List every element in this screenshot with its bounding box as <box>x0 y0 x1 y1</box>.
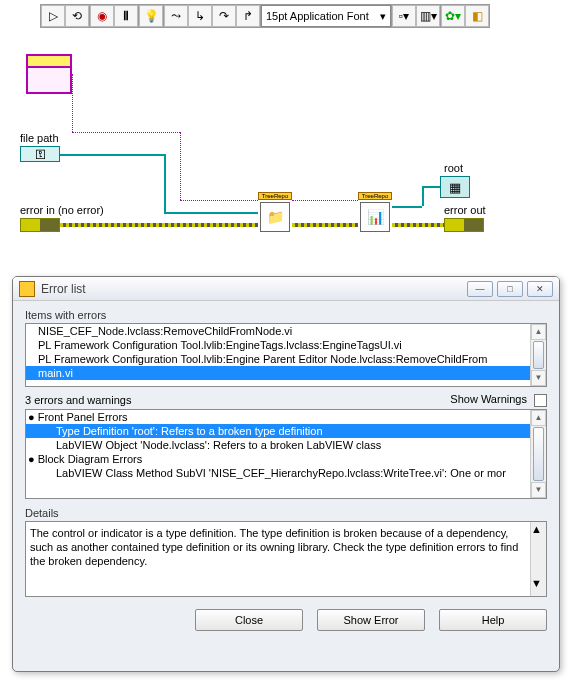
font-label: 15pt Application Font <box>266 10 369 22</box>
font-selector[interactable]: 15pt Application Font ▾ <box>261 5 391 27</box>
run-button[interactable]: ▷ <box>41 5 65 27</box>
subvi-write-node[interactable]: 📊 <box>360 202 390 232</box>
step-into-button[interactable]: ↳ <box>188 5 212 27</box>
show-warnings-toggle[interactable]: Show Warnings <box>450 393 547 407</box>
items-with-errors-list[interactable]: NISE_CEF_Node.lvclass:RemoveChildFromNod… <box>25 323 547 387</box>
list-item[interactable]: NISE_CEF_Node.lvclass:RemoveChildFromNod… <box>26 324 546 338</box>
abort-button[interactable]: ◉ <box>90 5 114 27</box>
details-textbox[interactable]: The control or indicator is a type defin… <box>25 521 547 597</box>
help-button[interactable]: Help <box>439 609 547 631</box>
scroll-thumb[interactable] <box>531 536 546 576</box>
show-warnings-label: Show Warnings <box>450 393 527 405</box>
list-item[interactable]: Type Definition 'root': Refers to a brok… <box>26 424 546 438</box>
block-diagram-canvas[interactable]: file path ⚿ error in (no error) TreeRepo… <box>0 36 572 262</box>
file-path-terminal[interactable]: ⚿ <box>20 146 60 162</box>
list-item[interactable]: PL Framework Configuration Tool.lvlib:En… <box>26 338 546 352</box>
list-item[interactable]: main.vi <box>26 366 546 380</box>
titlebar[interactable]: Error list — □ ✕ <box>13 277 559 301</box>
errors-list[interactable]: Front Panel ErrorsType Definition 'root'… <box>25 409 547 499</box>
list-item[interactable]: Block Diagram Errors <box>26 452 546 466</box>
scroll-down-icon[interactable]: ▼ <box>531 370 546 386</box>
scrollbar[interactable]: ▲ ▼ <box>530 522 546 596</box>
root-indicator[interactable]: ▦ <box>440 176 470 198</box>
list-item[interactable]: LabVIEW Object 'Node.lvclass': Refers to… <box>26 438 546 452</box>
details-text: The control or indicator is a type defin… <box>30 526 542 568</box>
subvi-banner: TreeRepo <box>358 192 392 200</box>
error-list-window: Error list — □ ✕ Items with errors NISE_… <box>12 276 560 672</box>
class-constant-node[interactable] <box>26 54 72 94</box>
align-button[interactable]: ▫▾ <box>392 5 416 27</box>
minimize-button[interactable]: — <box>467 281 493 297</box>
scroll-down-icon[interactable]: ▼ <box>531 576 546 590</box>
maximize-button[interactable]: □ <box>497 281 523 297</box>
reorder-button[interactable]: ◧ <box>465 5 489 27</box>
show-warnings-checkbox[interactable] <box>534 394 547 407</box>
retain-wire-values-button[interactable]: ⤳ <box>164 5 188 27</box>
show-error-button[interactable]: Show Error <box>317 609 425 631</box>
distribute-button[interactable]: ▥▾ <box>416 5 440 27</box>
scroll-thumb[interactable] <box>533 427 544 481</box>
scrollbar[interactable]: ▲ ▼ <box>530 324 546 386</box>
scroll-up-icon[interactable]: ▲ <box>531 410 546 426</box>
scroll-down-icon[interactable]: ▼ <box>531 482 546 498</box>
cleanup-button[interactable]: ✿▾ <box>441 5 465 27</box>
list-item[interactable]: LabVIEW Class Method SubVI 'NISE_CEF_Hie… <box>26 466 546 480</box>
error-out-terminal[interactable] <box>444 218 484 232</box>
error-in-terminal[interactable] <box>20 218 60 232</box>
error-count-label: 3 errors and warnings <box>25 394 131 406</box>
root-label: root <box>444 162 463 174</box>
list-item[interactable]: Front Panel Errors <box>26 410 546 424</box>
scroll-up-icon[interactable]: ▲ <box>531 324 546 340</box>
subvi-banner: TreeRepo <box>258 192 292 200</box>
step-out-button[interactable]: ↱ <box>236 5 260 27</box>
chevron-down-icon: ▾ <box>380 10 386 23</box>
scroll-thumb[interactable] <box>533 341 544 369</box>
scroll-up-icon[interactable]: ▲ <box>531 522 546 536</box>
window-title: Error list <box>41 282 86 296</box>
subvi-read-node[interactable]: 📁 <box>260 202 290 232</box>
details-label: Details <box>25 507 547 519</box>
close-button[interactable]: Close <box>195 609 303 631</box>
close-window-button[interactable]: ✕ <box>527 281 553 297</box>
window-icon <box>19 281 35 297</box>
pause-button[interactable]: Ⅱ <box>114 5 138 27</box>
step-over-button[interactable]: ↷ <box>212 5 236 27</box>
scrollbar[interactable]: ▲ ▼ <box>530 410 546 498</box>
error-in-label: error in (no error) <box>20 204 104 216</box>
list-item[interactable]: PL Framework Configuration Tool.lvlib:En… <box>26 352 546 366</box>
file-path-label: file path <box>20 132 59 144</box>
run-continuous-button[interactable]: ⟲ <box>65 5 89 27</box>
items-with-errors-label: Items with errors <box>25 309 547 321</box>
error-out-label: error out <box>444 204 486 216</box>
highlight-exec-button[interactable]: 💡 <box>139 5 163 27</box>
block-diagram-toolbar: ▷ ⟲ ◉ Ⅱ 💡 ⤳ ↳ ↷ ↱ 15pt Application Font … <box>40 4 490 28</box>
error-wire <box>60 223 258 227</box>
error-wire <box>392 223 444 227</box>
error-wire <box>292 223 358 227</box>
